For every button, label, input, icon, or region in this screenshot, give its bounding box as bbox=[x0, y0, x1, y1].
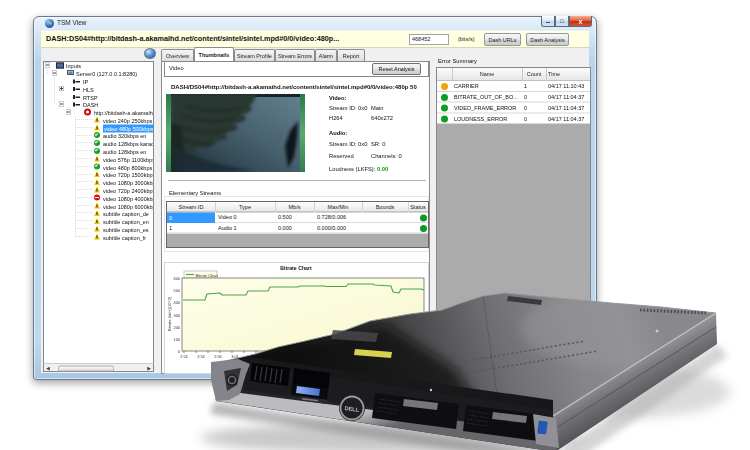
svg-text:600: 600 bbox=[174, 276, 181, 281]
svg-text:300: 300 bbox=[174, 313, 181, 318]
svg-text:Bitrate (kb/s)(10^3): Bitrate (kb/s)(10^3) bbox=[167, 296, 172, 331]
svg-text:Bitrate Chart: Bitrate Chart bbox=[280, 265, 312, 271]
svg-text:500: 500 bbox=[174, 288, 181, 293]
svg-text:2:54: 2:54 bbox=[180, 354, 188, 359]
svg-text:200: 200 bbox=[174, 325, 181, 330]
svg-text:100: 100 bbox=[174, 337, 181, 342]
svg-text:400: 400 bbox=[174, 300, 181, 305]
